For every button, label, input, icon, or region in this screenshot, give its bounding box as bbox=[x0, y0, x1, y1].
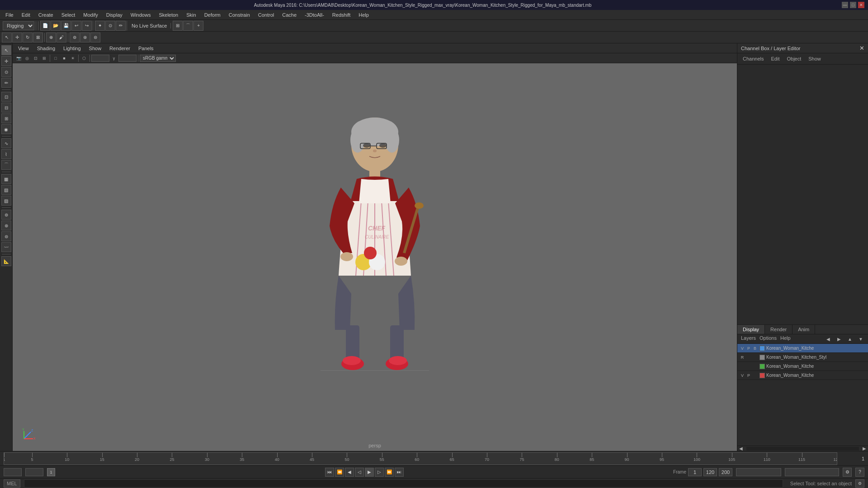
cluster-button[interactable]: ⊜ bbox=[1, 231, 11, 241]
menu-item-select[interactable]: Select bbox=[58, 11, 79, 19]
bind-skin-button[interactable]: ⊜ bbox=[90, 33, 100, 42]
transform-button[interactable]: ⊡ bbox=[1, 92, 11, 102]
le-tab-render[interactable]: Render bbox=[765, 325, 793, 334]
curve-ep-button[interactable]: ⌇ bbox=[1, 149, 11, 159]
vp-camera-button[interactable]: 📷 bbox=[14, 54, 23, 62]
ik-handle-button[interactable]: ⊛ bbox=[1, 221, 11, 230]
le-up-button[interactable]: ▲ bbox=[846, 335, 854, 343]
menu-item-create[interactable]: Create bbox=[35, 11, 57, 19]
gamma-input[interactable]: 0.00 bbox=[91, 55, 109, 62]
anim-layer-button[interactable]: ▨ bbox=[1, 196, 11, 206]
vp-isolate-button[interactable]: ◎ bbox=[23, 54, 31, 62]
menu-item-control[interactable]: Control bbox=[255, 11, 278, 19]
paint-button[interactable]: ✏ bbox=[116, 21, 126, 31]
gamma-scale-input[interactable]: 1.00 bbox=[118, 55, 137, 62]
help-button[interactable]: ? bbox=[855, 468, 864, 477]
menu-item-windows[interactable]: Windows bbox=[127, 11, 155, 19]
maximize-button[interactable]: □ bbox=[850, 2, 856, 8]
select-button[interactable]: ✦ bbox=[95, 21, 105, 31]
viewport-menu-panels[interactable]: Panels bbox=[135, 45, 157, 52]
soft-mod-button[interactable]: ◉ bbox=[1, 124, 11, 134]
le-menu-help[interactable]: Help bbox=[780, 335, 791, 343]
le-prev-button[interactable]: ◀ bbox=[825, 335, 832, 343]
paint-left-button[interactable]: ✏ bbox=[1, 78, 11, 88]
channel-box-close[interactable]: ✕ bbox=[859, 45, 864, 52]
frame-start-input[interactable]: 1 bbox=[4, 468, 22, 476]
le-down-button[interactable]: ▼ bbox=[857, 335, 864, 343]
scroll-right-button[interactable]: ▶ bbox=[861, 445, 868, 452]
menu-item-file[interactable]: File bbox=[2, 11, 17, 19]
minimize-button[interactable]: — bbox=[842, 2, 848, 8]
le-menu-options[interactable]: Options bbox=[760, 335, 777, 343]
curve-bezier-button[interactable]: ⌒ bbox=[1, 160, 11, 170]
menu-item-edit[interactable]: Edit bbox=[18, 11, 34, 19]
step-forward-button[interactable]: ⏩ bbox=[385, 468, 394, 477]
menu-item-cache[interactable]: Cache bbox=[278, 11, 300, 19]
cb-tab-edit[interactable]: Edit bbox=[769, 55, 781, 62]
pivot-button[interactable]: ⊞ bbox=[1, 113, 11, 123]
character-set-input[interactable]: No Character Set bbox=[785, 468, 839, 476]
wire-button[interactable]: 〰 bbox=[1, 242, 11, 252]
anim-layer-input[interactable]: No Anim Layer bbox=[736, 468, 781, 476]
viewport-menu-shading[interactable]: Shading bbox=[33, 45, 59, 52]
cb-tab-channels[interactable]: Channels bbox=[741, 55, 765, 62]
layer-row[interactable]: Korean_Woman_Kitche bbox=[737, 362, 868, 371]
layer-row[interactable]: R Korean_Woman_Kitchen_Styl bbox=[737, 353, 868, 362]
vp-xray-button[interactable]: ⬡ bbox=[80, 54, 88, 62]
cb-tab-show[interactable]: Show bbox=[807, 55, 823, 62]
menu-item-skeleton[interactable]: Skeleton bbox=[155, 11, 182, 19]
skip-back-button[interactable]: ⏮ bbox=[325, 468, 334, 477]
le-tab-display[interactable]: Display bbox=[737, 325, 765, 334]
move-tool-button[interactable]: ✛ bbox=[12, 33, 22, 42]
menu-item-deform[interactable]: Deform bbox=[201, 11, 224, 19]
mel-label[interactable]: MEL bbox=[4, 479, 20, 488]
timeline-ruler[interactable]: 1510152025303540455055606570758085909510… bbox=[4, 452, 837, 465]
play-back-button[interactable]: ◁ bbox=[355, 468, 364, 477]
menu-item-constrain[interactable]: Constrain bbox=[225, 11, 254, 19]
snap-curve-button[interactable]: ⌒ bbox=[183, 21, 193, 31]
new-scene-button[interactable]: 📄 bbox=[40, 21, 50, 31]
status-icon-button[interactable]: ⚙ bbox=[855, 479, 864, 488]
mode-dropdown[interactable]: Rigging bbox=[3, 21, 34, 30]
select-left-button[interactable]: ↖ bbox=[1, 45, 11, 55]
layer-row[interactable]: V P Korean_Woman_Kitche bbox=[737, 371, 868, 380]
render-layer-button[interactable]: ▧ bbox=[1, 185, 11, 195]
lasso-left-button[interactable]: ⊙ bbox=[1, 67, 11, 77]
joint-tool-button[interactable]: ⊚ bbox=[70, 33, 80, 42]
viewport-menu-view[interactable]: View bbox=[14, 45, 33, 52]
move-left-button[interactable]: ✛ bbox=[1, 56, 11, 66]
menu-item-display[interactable]: Display bbox=[103, 11, 126, 19]
layer-row[interactable]: V P B Korean_Woman_Kitche bbox=[737, 344, 868, 353]
le-next-button[interactable]: ▶ bbox=[835, 335, 843, 343]
vp-smooth-button[interactable]: ■ bbox=[60, 54, 68, 62]
viewport-menu-lighting[interactable]: Lighting bbox=[60, 45, 85, 52]
curve-cv-button[interactable]: ∿ bbox=[1, 138, 11, 148]
scale-tool-button[interactable]: ⊠ bbox=[33, 33, 43, 42]
ik-tool-button[interactable]: ⊛ bbox=[80, 33, 90, 42]
display-layer-button[interactable]: ▦ bbox=[1, 174, 11, 184]
vp-light-button[interactable]: ☀ bbox=[69, 54, 77, 62]
command-input[interactable] bbox=[24, 479, 783, 488]
vp-grid-button[interactable]: ⊞ bbox=[40, 54, 48, 62]
colorspace-select[interactable]: sRGB gamma bbox=[140, 55, 176, 62]
select-tool-button[interactable]: ↖ bbox=[2, 33, 12, 42]
manipulator-button[interactable]: ⊟ bbox=[1, 103, 11, 113]
le-tab-anim[interactable]: Anim bbox=[793, 325, 815, 334]
rotate-tool-button[interactable]: ↻ bbox=[23, 33, 33, 42]
open-scene-button[interactable]: 📂 bbox=[51, 21, 61, 31]
vp-wireframe-button[interactable]: □ bbox=[52, 54, 60, 62]
menu-item-skin[interactable]: Skin bbox=[183, 11, 199, 19]
create-joint-button[interactable]: ⊚ bbox=[1, 210, 11, 220]
vp-frame-all-button[interactable]: ⊡ bbox=[32, 54, 40, 62]
skip-forward-button[interactable]: ⏭ bbox=[395, 468, 404, 477]
snap-grid-button[interactable]: ⊞ bbox=[173, 21, 183, 31]
measure-button[interactable]: 📐 bbox=[1, 256, 11, 266]
undo-button[interactable]: ↩ bbox=[71, 21, 81, 31]
scroll-left-button[interactable]: ◀ bbox=[737, 445, 745, 452]
next-key-button[interactable]: ▷ bbox=[375, 468, 384, 477]
play-forward-button[interactable]: ▶ bbox=[365, 468, 374, 477]
char-options-button[interactable]: ⚙ bbox=[843, 468, 852, 477]
scroll-track[interactable] bbox=[746, 447, 859, 450]
paint-weights-button[interactable]: 🖌 bbox=[57, 33, 66, 42]
menu-item-redshift[interactable]: Redshift bbox=[329, 11, 354, 19]
